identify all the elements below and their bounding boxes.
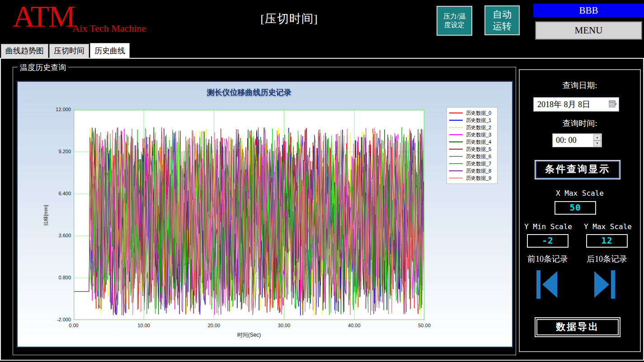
query-control-panel: 查询日期: 2018年 8月 8日 查询时间: <box>519 69 641 352</box>
query-date-picker[interactable]: 2018年 8月 8日 <box>533 97 619 112</box>
tab-curve-trend[interactable]: 曲线趋势图 <box>1 44 48 58</box>
prev-records-label: 前10条记录 <box>520 254 576 264</box>
legend-swatch <box>449 127 463 128</box>
next-records-button[interactable] <box>593 270 615 299</box>
legend-swatch <box>449 134 463 135</box>
legend-swatch <box>449 170 463 171</box>
y-tick-9.200: 9.200 <box>43 149 71 154</box>
next-records-label: 后10条记录 <box>579 254 635 264</box>
legend-label: 历史数据_8 <box>466 168 491 174</box>
pressure-temp-line1: 压力/温 <box>443 12 465 21</box>
y-min-scale-input[interactable]: -2 <box>527 234 569 248</box>
calendar-icon[interactable] <box>609 100 617 108</box>
x-max-scale-label: X Max Scale <box>520 189 640 197</box>
chart-title: 测长仪位移曲线历史记录 <box>74 87 424 98</box>
x-tick-0.00: 0.00 <box>62 323 85 328</box>
logo-subtitle: Aix Tech Machine <box>72 23 146 34</box>
pressure-temp-settings-button[interactable]: 压力/温 度设定 <box>437 6 472 36</box>
tab-page-content: 温度历史查询 测长仪位移曲线历史记录 位移[mm] 时间(Sec) 12.000… <box>0 58 644 361</box>
legend-swatch <box>449 141 463 142</box>
legend-label: 历史数据_0 <box>466 110 491 117</box>
legend-label: 历史数据_9 <box>466 175 491 182</box>
legend-item-历史数据_6: 历史数据_6 <box>449 153 495 160</box>
page-title: [压切时间] <box>221 11 357 27</box>
tab-press-cut-time[interactable]: 压切时间 <box>49 44 89 58</box>
x-max-scale-input[interactable]: 50 <box>555 201 596 215</box>
legend-label: 历史数据_7 <box>466 160 491 167</box>
legend-item-历史数据_9: 历史数据_9 <box>449 174 495 182</box>
legend-swatch <box>449 163 463 164</box>
x-axis-label: 时间(Sec) <box>74 331 424 339</box>
tab-history-curve[interactable]: 历史曲线 <box>90 43 130 58</box>
legend-item-历史数据_3: 历史数据_3 <box>449 131 495 138</box>
skip-next-icon <box>593 270 615 299</box>
y-tick-3.600: 3.600 <box>43 233 71 238</box>
legend-label: 历史数据_4 <box>466 139 491 146</box>
query-time-label: 查询时间: <box>520 118 640 129</box>
y-max-scale-input[interactable]: 12 <box>586 234 628 248</box>
legend-swatch <box>449 113 463 113</box>
legend-item-历史数据_8: 历史数据_8 <box>449 167 495 174</box>
time-spinner-buttons: ▲ ▼ <box>593 134 601 146</box>
skip-previous-icon <box>536 270 558 299</box>
legend-item-历史数据_2: 历史数据_2 <box>449 124 495 131</box>
tab-bar: 曲线趋势图 压切时间 历史曲线 <box>1 44 131 58</box>
x-tick-40.00: 40.00 <box>343 323 366 328</box>
legend-swatch <box>449 120 463 121</box>
y-tick-6.400: 6.400 <box>43 191 71 196</box>
legend-item-历史数据_0: 历史数据_0 <box>449 109 495 117</box>
legend-swatch <box>449 156 463 157</box>
auto-run-line2: 运转 <box>493 20 512 32</box>
y-max-scale-label: Y Max Scale <box>579 222 636 231</box>
auto-run-button[interactable]: 自动 运转 <box>484 5 520 35</box>
pressure-temp-line2: 度设定 <box>444 21 465 30</box>
app-window: ATM Aix Tech Machine [压切时间] 压力/温 度设定 自动 … <box>0 0 644 362</box>
groupbox-title: 温度历史查询 <box>18 62 68 73</box>
legend-label: 历史数据_3 <box>466 132 491 138</box>
data-export-button[interactable]: 数据导出 <box>535 317 620 337</box>
auto-run-line1: 自动 <box>493 9 512 20</box>
legend-item-历史数据_1: 历史数据_1 <box>449 117 495 124</box>
history-chart: 测长仪位移曲线历史记录 位移[mm] 时间(Sec) 12.0009.2006.… <box>17 81 513 348</box>
history-query-groupbox: 温度历史查询 测长仪位移曲线历史记录 位移[mm] 时间(Sec) 12.000… <box>13 67 516 355</box>
spinner-down-icon[interactable]: ▼ <box>593 141 601 147</box>
plot-area <box>74 110 424 320</box>
y-tick-12.000: 12.000 <box>43 107 71 112</box>
x-tick-30.00: 30.00 <box>273 323 296 328</box>
legend-item-历史数据_5: 历史数据_5 <box>449 146 495 153</box>
legend-swatch <box>449 178 463 179</box>
query-time-spinner[interactable]: 00: 00 ▲ ▼ <box>552 133 602 147</box>
spinner-up-icon[interactable]: ▲ <box>593 134 601 141</box>
legend-label: 历史数据_5 <box>466 146 491 153</box>
query-date-label: 查询日期: <box>520 80 640 91</box>
legend-label: 历史数据_2 <box>466 124 491 131</box>
conditional-query-button[interactable]: 条件查询显示 <box>535 160 620 179</box>
chart-legend: 历史数据_0历史数据_1历史数据_2历史数据_3历史数据_4历史数据_5历史数据… <box>447 107 498 184</box>
status-banner: BBB <box>533 4 644 17</box>
plot-svg <box>74 110 424 320</box>
query-date-value: 2018年 8月 8日 <box>537 98 590 111</box>
x-tick-50.00: 50.00 <box>413 323 436 328</box>
y-axis-label: 位移[mm] <box>42 193 49 238</box>
legend-swatch <box>449 149 463 150</box>
y-min-scale-label: Y Min Scale <box>520 222 577 231</box>
logo-atm: ATM <box>13 1 75 32</box>
legend-item-历史数据_4: 历史数据_4 <box>449 138 495 146</box>
legend-label: 历史数据_6 <box>466 153 491 160</box>
y-tick-0.800: 0.800 <box>43 275 71 280</box>
x-tick-10.00: 10.00 <box>132 323 155 328</box>
y-tick--2.000: -2.000 <box>43 317 71 322</box>
query-time-value: 00: 00 <box>556 134 577 147</box>
x-tick-20.00: 20.00 <box>202 323 226 328</box>
legend-label: 历史数据_1 <box>466 117 491 124</box>
prev-records-button[interactable] <box>536 270 558 299</box>
legend-item-历史数据_7: 历史数据_7 <box>449 160 495 167</box>
menu-button[interactable]: MENU <box>535 21 642 40</box>
